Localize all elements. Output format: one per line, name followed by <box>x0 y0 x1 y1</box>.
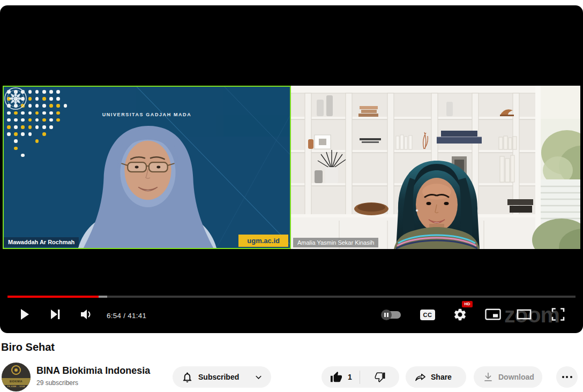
bell-icon <box>181 371 193 383</box>
miniplayer-icon <box>484 306 502 322</box>
subtitles-button[interactable]: CC <box>420 310 435 320</box>
video-content[interactable]: UNIVERSITAS GADJAH MADA Mawaddah Ar Roch… <box>0 5 583 333</box>
more-dot <box>570 376 572 378</box>
next-icon <box>47 306 63 322</box>
participant-tile-left: UNIVERSITAS GADJAH MADA Mawaddah Ar Roch… <box>3 86 291 249</box>
next-button[interactable] <box>47 306 63 325</box>
channel-avatar-emblem-icon <box>11 365 21 375</box>
theater-mode-button[interactable] <box>516 307 532 323</box>
theater-icon <box>516 307 532 321</box>
share-label: Share <box>431 373 452 381</box>
ugm-logo-icon <box>4 87 27 110</box>
fullscreen-button[interactable] <box>550 307 566 324</box>
share-icon <box>414 371 427 383</box>
share-button[interactable]: Share <box>406 366 466 388</box>
download-button[interactable]: Download <box>474 366 542 388</box>
download-label: Download <box>498 373 534 381</box>
right-participant-scene <box>291 86 580 249</box>
like-button[interactable]: 1 <box>322 366 360 388</box>
play-button[interactable] <box>16 306 32 325</box>
volume-button[interactable] <box>78 306 94 325</box>
youtube-watch-page: UNIVERSITAS GADJAH MADA Mawaddah Ar Roch… <box>0 0 583 392</box>
thumbs-up-icon <box>330 371 342 383</box>
subscribed-button[interactable]: Subscribed <box>173 366 271 388</box>
ugm-website-badge: ugm.ac.id <box>238 235 288 247</box>
channel-avatar[interactable]: BIOKIMIA FK-KMK – UGM <box>2 363 31 391</box>
gear-icon <box>453 307 467 322</box>
more-dot <box>562 376 564 378</box>
settings-button[interactable] <box>453 307 467 324</box>
dislike-button[interactable] <box>360 366 399 388</box>
participant-name-right: Amalia Yasmin Sekar Kinasih <box>293 238 378 247</box>
video-player[interactable]: UNIVERSITAS GADJAH MADA Mawaddah Ar Roch… <box>0 5 583 333</box>
thumbs-down-icon <box>373 371 386 383</box>
like-count: 1 <box>348 373 352 381</box>
chevron-down-icon <box>253 372 264 382</box>
volume-icon <box>78 306 94 322</box>
participant-tile-right: Amalia Yasmin Sekar Kinasih <box>291 86 580 249</box>
autoplay-toggle-track <box>382 311 401 319</box>
progress-played <box>8 296 99 298</box>
fullscreen-icon <box>550 307 566 322</box>
play-icon <box>16 306 32 322</box>
channel-name[interactable]: BINA Biokimia Indonesia <box>36 365 150 376</box>
video-title: Biro Sehat <box>1 341 55 353</box>
avatar-text-line2: FK-KMK – UGM <box>2 385 31 388</box>
subscriber-count: 29 subscribers <box>36 379 78 387</box>
autoplay-toggle[interactable] <box>382 311 401 319</box>
pause-icon <box>381 310 392 320</box>
subscribed-label: Subscribed <box>198 373 239 381</box>
participant-name-left: Mawaddah Ar Rochmah <box>4 237 79 247</box>
time-display: 6:54 / 41:41 <box>107 312 146 320</box>
more-dot <box>566 376 568 378</box>
like-dislike-pill: 1 <box>322 366 399 388</box>
miniplayer-button[interactable] <box>484 306 502 325</box>
progress-bar[interactable] <box>8 296 575 298</box>
hd-quality-badge: HD <box>462 301 473 307</box>
more-actions-button[interactable] <box>556 366 578 388</box>
download-icon <box>482 371 494 383</box>
university-name-text: UNIVERSITAS GADJAH MADA <box>4 112 290 117</box>
avatar-text-line1: BIOKIMIA <box>2 378 31 385</box>
